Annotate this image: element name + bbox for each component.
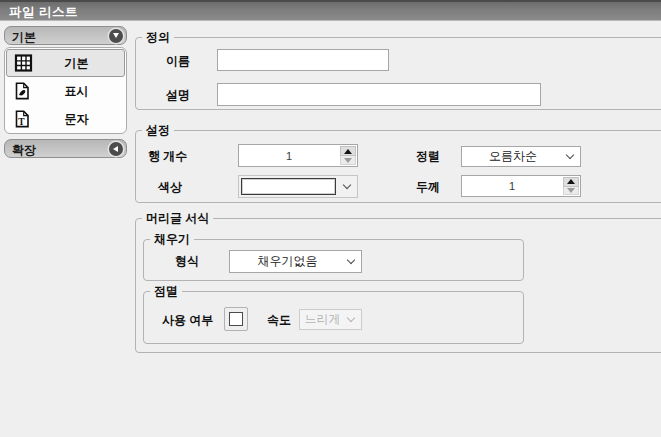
collapse-down-icon[interactable] <box>109 29 123 43</box>
row-count-value: 1 <box>239 145 339 166</box>
spinner-up-icon[interactable] <box>563 177 579 187</box>
blink-use-label: 사용 여부 <box>162 312 213 329</box>
fill-format-value: 채우기없음 <box>230 251 345 272</box>
sort-dropdown[interactable]: 오름차순 <box>461 146 581 167</box>
chevron-down-icon <box>347 313 355 321</box>
group-definition-title: 정의 <box>142 30 174 45</box>
chevron-down-icon <box>566 150 574 158</box>
thickness-label: 두께 <box>416 179 440 196</box>
sidebar-section-basic-label: 기본 <box>12 29 36 46</box>
chevron-down-icon <box>347 255 355 263</box>
thickness-stepper[interactable]: 1 <box>461 175 581 197</box>
subgroup-blink-title: 점멸 <box>150 284 182 299</box>
sidebar-item-label: 기본 <box>37 55 116 72</box>
sidebar-item-label: 표시 <box>36 83 117 100</box>
description-input[interactable] <box>217 83 541 106</box>
collapse-left-icon[interactable] <box>109 142 123 156</box>
spinner-up-icon[interactable] <box>340 146 356 156</box>
color-swatch <box>241 178 336 195</box>
sidebar-item-label: 문자 <box>36 111 117 128</box>
description-label: 설명 <box>166 87 190 104</box>
row-count-stepper[interactable]: 1 <box>238 144 358 167</box>
sidebar-item-text[interactable]: T 문자 <box>6 105 125 133</box>
svg-text:T: T <box>18 117 25 127</box>
sidebar-item-basic[interactable]: 기본 <box>6 49 125 77</box>
blink-speed-dropdown: 느리게 <box>299 309 362 330</box>
name-input[interactable] <box>217 49 389 71</box>
blink-speed-label: 속도 <box>267 312 291 329</box>
sidebar-items-panel: 기본 표시 T 문자 <box>4 47 127 134</box>
title-bar[interactable]: 파일 리스트 <box>0 0 661 21</box>
table-grid-icon <box>14 54 33 73</box>
row-count-label: 행 개수 <box>148 148 187 165</box>
blink-use-checkbox[interactable] <box>224 307 248 331</box>
sidebar-section-extended-header[interactable]: 확장 <box>4 139 127 158</box>
group-header-format-title: 머리글 서식 <box>142 211 213 226</box>
subgroup-fill: 채우기 형식 채우기없음 <box>143 239 524 281</box>
group-definition: 정의 이름 설명 <box>135 37 661 110</box>
checkbox-box <box>229 312 243 326</box>
subgroup-blink: 점멸 사용 여부 속도 느리게 <box>143 291 524 344</box>
spinner-down-icon[interactable] <box>340 156 356 165</box>
blink-speed-value: 느리게 <box>300 310 345 329</box>
color-label: 색상 <box>158 179 182 196</box>
group-header-format: 머리글 서식 채우기 형식 채우기없음 점멸 사용 여부 속도 느리게 <box>135 218 661 353</box>
display-page-icon <box>13 82 32 101</box>
sidebar-section-basic-header[interactable]: 기본 <box>4 26 127 45</box>
group-settings: 설정 행 개수 1 정렬 오름차순 색상 두께 1 <box>135 130 661 203</box>
subgroup-fill-title: 채우기 <box>150 232 194 247</box>
sort-value: 오름차순 <box>462 147 564 166</box>
text-page-icon: T <box>13 110 32 129</box>
chevron-down-icon <box>343 180 351 188</box>
sort-label: 정렬 <box>416 148 440 165</box>
group-settings-title: 설정 <box>142 123 174 138</box>
sidebar-section-extended-label: 확장 <box>12 142 36 159</box>
spinner-down-icon[interactable] <box>563 187 579 196</box>
color-dropdown[interactable] <box>238 175 358 198</box>
thickness-value: 1 <box>462 176 562 196</box>
sidebar-item-display[interactable]: 표시 <box>6 77 125 105</box>
window-title: 파일 리스트 <box>9 4 78 21</box>
fill-format-dropdown[interactable]: 채우기없음 <box>229 250 362 273</box>
name-label: 이름 <box>166 53 190 70</box>
fill-format-label: 형식 <box>175 253 199 270</box>
file-list-dialog: 파일 리스트 기본 기본 표시 <box>0 0 661 437</box>
